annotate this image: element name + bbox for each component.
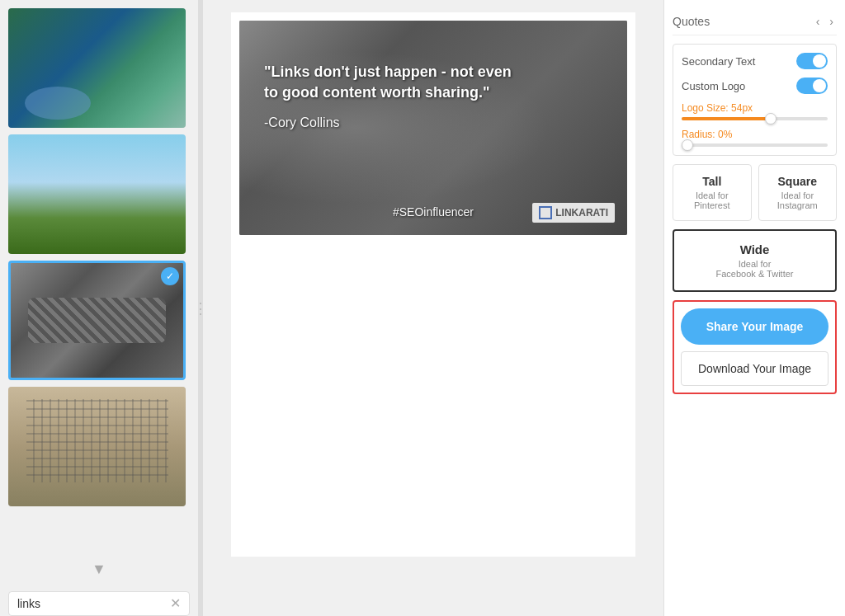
format-grid: Tall Ideal forPinterest Square Ideal for… [673,164,837,221]
secondary-text-label: Secondary Text [682,55,755,68]
logo-size-section: Logo Size: 54px [682,102,828,120]
left-panel: ✓ ▼ ✕ [0,0,198,616]
quote-text: "Links don't just happen - not even to g… [264,62,528,103]
image-item-fence[interactable] [8,387,186,506]
image-canvas: "Links don't just happen - not even to g… [239,21,627,235]
logo-text: LINKARATI [555,207,608,219]
format-wide-subtitle: Ideal forFacebook & Twitter [681,259,828,279]
search-clear-icon[interactable]: ✕ [170,597,181,610]
selected-check-icon: ✓ [161,267,179,285]
settings-section: Secondary Text Custom Logo Logo Size: 54… [673,44,837,156]
chain-thumbnail [11,263,183,378]
nav-arrows: ‹ › [813,13,837,30]
author-text: -Cory Collins [264,115,528,130]
image-item-chain[interactable]: ✓ [8,261,186,380]
logo-size-label: Logo Size: 54px [682,102,828,114]
right-panel: Quotes ‹ › Secondary Text Custom Logo Lo… [663,0,845,616]
secondary-text-toggle[interactable] [796,53,828,69]
fence-thumbnail [8,387,186,506]
format-square-button[interactable]: Square Ideal forInstagram [758,164,838,221]
next-quote-arrow[interactable]: › [826,13,837,30]
canvas-container: "Links don't just happen - not even to g… [231,12,635,557]
image-item-sky[interactable] [8,134,186,254]
format-tall-button[interactable]: Tall Ideal forPinterest [673,164,752,221]
secondary-text-row: Secondary Text [682,53,828,69]
overlay-text: "Links don't just happen - not even to g… [264,62,528,130]
image-list: ✓ [8,8,190,556]
vertical-divider [198,0,203,616]
radius-track[interactable] [682,143,828,147]
logo-square-icon [539,206,552,219]
search-input[interactable] [17,597,170,610]
quotes-label: Quotes [673,15,710,28]
logo-size-thumb[interactable] [765,113,777,125]
image-item-harbor[interactable] [8,8,186,128]
format-square-title: Square [766,175,830,188]
format-square-subtitle: Ideal forInstagram [766,190,830,210]
custom-logo-label: Custom Logo [682,80,745,92]
format-tall-title: Tall [680,175,744,188]
custom-logo-toggle[interactable] [796,78,828,94]
radius-section: Radius: 0% [682,129,828,147]
scroll-down-arrow[interactable]: ▼ [92,556,106,583]
radius-label: Radius: 0% [682,129,828,140]
format-wide-button[interactable]: Wide Ideal forFacebook & Twitter [673,229,837,292]
search-box: ✕ [8,591,190,616]
share-button[interactable]: Share Your Image [681,308,828,345]
logo-size-fill [682,117,769,120]
logo-size-track[interactable] [682,117,828,120]
quotes-section: Quotes ‹ › [673,8,837,35]
custom-logo-row: Custom Logo [682,78,828,94]
prev-quote-arrow[interactable]: ‹ [813,13,824,30]
action-section: Share Your Image Download Your Image [673,300,837,394]
main-area: "Links don't just happen - not even to g… [203,0,663,616]
format-tall-subtitle: Ideal forPinterest [680,190,744,210]
harbor-thumbnail [8,8,186,128]
format-wide-title: Wide [681,242,828,256]
download-button[interactable]: Download Your Image [681,351,828,386]
radius-thumb[interactable] [682,139,693,151]
hashtag-text: #SEOinfluencer [393,205,474,219]
logo-badge: LINKARATI [532,203,615,223]
sky-thumbnail [8,134,186,254]
